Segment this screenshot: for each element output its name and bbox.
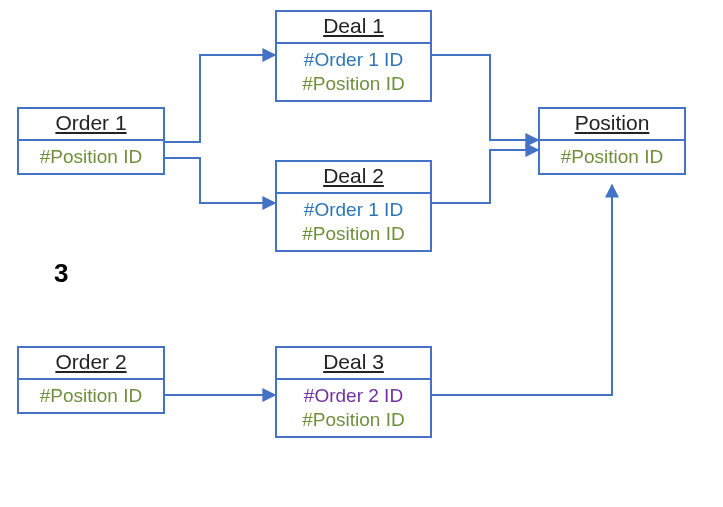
side-label-b: 3: [54, 258, 68, 289]
node-deal2-title: Deal 2: [323, 162, 384, 188]
node-deal1-field-1: #Position ID: [302, 72, 404, 96]
node-order2: Order 2 #Position ID: [17, 346, 165, 414]
edge-order1-deal2: [165, 158, 275, 203]
separator: [19, 378, 163, 380]
node-deal2-field-1: #Position ID: [302, 222, 404, 246]
node-order2-fields: #Position ID: [40, 384, 142, 412]
node-order1-field-0: #Position ID: [40, 145, 142, 169]
separator: [277, 42, 430, 44]
node-deal2-fields: #Order 1 ID #Position ID: [302, 198, 404, 250]
node-deal1-field-0: #Order 1 ID: [304, 48, 403, 72]
edge-order1-deal1: [165, 55, 275, 142]
separator: [19, 139, 163, 141]
node-deal3: Deal 3 #Order 2 ID #Position ID: [275, 346, 432, 438]
node-deal1-fields: #Order 1 ID #Position ID: [302, 48, 404, 100]
node-deal1: Deal 1 #Order 1 ID #Position ID: [275, 10, 432, 102]
node-position-field-0: #Position ID: [561, 145, 663, 169]
node-position-fields: #Position ID: [561, 145, 663, 173]
node-order2-field-0: #Position ID: [40, 384, 142, 408]
edge-deal3-position: [432, 185, 612, 395]
node-deal2-field-0: #Order 1 ID: [304, 198, 403, 222]
node-deal3-field-0: #Order 2 ID: [304, 384, 403, 408]
separator: [540, 139, 684, 141]
node-deal3-field-1: #Position ID: [302, 408, 404, 432]
node-position-title: Position: [575, 109, 650, 135]
node-deal3-title: Deal 3: [323, 348, 384, 374]
node-order1-fields: #Position ID: [40, 145, 142, 173]
separator: [277, 378, 430, 380]
edge-deal2-position: [432, 150, 538, 203]
node-deal3-fields: #Order 2 ID #Position ID: [302, 384, 404, 436]
node-deal2: Deal 2 #Order 1 ID #Position ID: [275, 160, 432, 252]
edge-deal1-position: [432, 55, 538, 140]
node-order2-title: Order 2: [55, 348, 126, 374]
node-deal1-title: Deal 1: [323, 12, 384, 38]
node-order1: Order 1 #Position ID: [17, 107, 165, 175]
separator: [277, 192, 430, 194]
node-position: Position #Position ID: [538, 107, 686, 175]
node-order1-title: Order 1: [55, 109, 126, 135]
